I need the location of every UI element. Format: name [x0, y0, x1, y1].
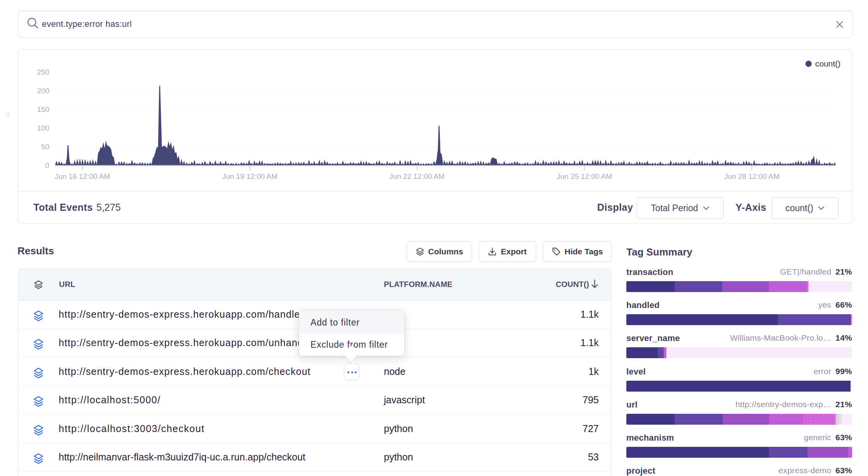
svg-text:Jun 25 12:00 AM: Jun 25 12:00 AM [557, 172, 612, 180]
svg-text:count(): count() [815, 59, 840, 68]
svg-text:100: 100 [37, 124, 49, 132]
svg-text:50: 50 [41, 143, 49, 151]
svg-text:150: 150 [37, 105, 49, 114]
svg-text:Jun 16 12:00 AM: Jun 16 12:00 AM [55, 172, 110, 180]
svg-text:Jun 22 12:00 AM: Jun 22 12:00 AM [389, 172, 445, 180]
svg-text:250: 250 [37, 68, 49, 76]
svg-text:Jun 28 12:00 AM: Jun 28 12:00 AM [724, 172, 780, 180]
svg-text:200: 200 [37, 87, 49, 95]
svg-text:0: 0 [45, 161, 49, 170]
svg-text:Jun 19 12:00 AM: Jun 19 12:00 AM [222, 172, 278, 180]
